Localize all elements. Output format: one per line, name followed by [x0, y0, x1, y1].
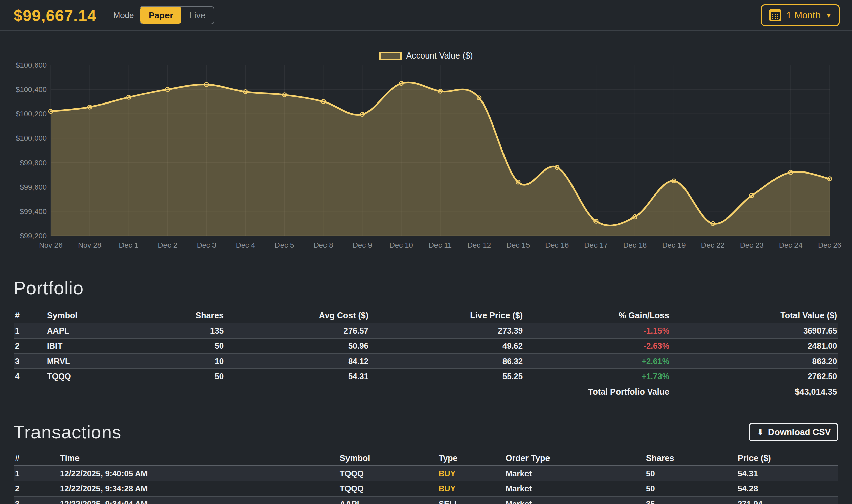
- cell-order-type: Market: [504, 481, 644, 496]
- mode-label: Mode: [113, 11, 134, 20]
- legend-label: Account Value ($): [406, 51, 473, 60]
- col-live-price: Live Price ($): [370, 308, 524, 323]
- cell-avg-cost: 54.31: [225, 369, 370, 384]
- transactions-table: # Time Symbol Type Order Type Shares Pri…: [14, 451, 838, 504]
- svg-text:Dec 17: Dec 17: [584, 241, 608, 249]
- cell-gain: +1.73%: [524, 369, 671, 384]
- cell-symbol: AAPL: [46, 323, 156, 338]
- col-avg-cost: Avg Cost ($): [225, 308, 370, 323]
- cell-total: 2762.50: [671, 369, 838, 384]
- table-row[interactable]: 2 IBIT 50 50.96 49.62 -2.63% 2481.00: [14, 338, 838, 354]
- cell-num: 2: [14, 338, 46, 354]
- col-total-value: Total Value ($): [671, 308, 838, 323]
- cell-avg-cost: 50.96: [225, 338, 370, 354]
- cell-live-price: 55.25: [370, 369, 524, 384]
- cell-gain: -2.63%: [524, 338, 671, 354]
- svg-text:Dec 8: Dec 8: [314, 241, 333, 249]
- cell-symbol: TQQQ: [338, 466, 437, 481]
- cell-order-type: Market: [504, 496, 644, 504]
- col-shares: Shares: [644, 451, 736, 466]
- transactions-header-row: # Time Symbol Type Order Type Shares Pri…: [14, 451, 838, 466]
- portfolio-section: Portfolio # Symbol Shares Avg Cost ($) L…: [0, 277, 852, 399]
- svg-text:$100,000: $100,000: [16, 134, 47, 142]
- download-csv-button[interactable]: ⬇ Download CSV: [749, 423, 838, 442]
- svg-text:Dec 2: Dec 2: [158, 241, 177, 249]
- svg-text:Dec 22: Dec 22: [701, 241, 725, 249]
- col-time: Time: [58, 451, 338, 466]
- portfolio-total-row: Total Portfolio Value $43,014.35: [14, 384, 838, 399]
- cell-symbol: TQQQ: [338, 481, 437, 496]
- table-row[interactable]: 2 12/22/2025, 9:34:28 AM TQQQ BUY Market…: [14, 481, 838, 496]
- mode-toggle: Paper Live: [140, 6, 214, 24]
- svg-text:Dec 10: Dec 10: [389, 241, 413, 249]
- cell-total: 863.20: [671, 354, 838, 369]
- cell-symbol: MRVL: [46, 354, 156, 369]
- cell-price: 54.28: [736, 481, 838, 496]
- cell-num: 3: [14, 354, 46, 369]
- legend-swatch: [379, 52, 402, 60]
- time-range-label: 1 Month: [786, 10, 820, 21]
- table-row[interactable]: 1 AAPL 135 276.57 273.39 -1.15% 36907.65: [14, 323, 838, 338]
- svg-text:Dec 18: Dec 18: [623, 241, 647, 249]
- svg-text:Dec 15: Dec 15: [506, 241, 530, 249]
- cell-num: 4: [14, 369, 46, 384]
- svg-text:Dec 24: Dec 24: [779, 241, 803, 249]
- svg-text:Dec 19: Dec 19: [662, 241, 686, 249]
- cell-shares: 10: [156, 354, 225, 369]
- portfolio-table: # Symbol Shares Avg Cost ($) Live Price …: [14, 308, 838, 399]
- svg-text:Nov 26: Nov 26: [39, 241, 63, 249]
- svg-text:Dec 12: Dec 12: [467, 241, 491, 249]
- table-row[interactable]: 3 12/22/2025, 9:34:04 AM AAPL SELL Marke…: [14, 496, 838, 504]
- cell-shares: 50: [156, 369, 225, 384]
- col-symbol: Symbol: [46, 308, 156, 323]
- cell-symbol: AAPL: [338, 496, 437, 504]
- col-price: Price ($): [736, 451, 838, 466]
- svg-text:Dec 23: Dec 23: [740, 241, 764, 249]
- table-row[interactable]: 1 12/22/2025, 9:40:05 AM TQQQ BUY Market…: [14, 466, 838, 481]
- svg-text:Dec 26: Dec 26: [818, 241, 841, 249]
- cell-gain: -1.15%: [524, 323, 671, 338]
- portfolio-title: Portfolio: [14, 277, 838, 298]
- svg-text:Dec 5: Dec 5: [275, 241, 294, 249]
- download-csv-label: Download CSV: [768, 427, 831, 437]
- chart-legend[interactable]: Account Value ($): [0, 51, 852, 60]
- account-value: $99,667.14: [14, 6, 96, 25]
- cell-total: 36907.65: [671, 323, 838, 338]
- cell-avg-cost: 276.57: [225, 323, 370, 338]
- svg-text:$99,800: $99,800: [20, 159, 47, 167]
- mode-live-button[interactable]: Live: [181, 7, 214, 24]
- line-chart-canvas[interactable]: $99,200$99,400$99,600$99,800$100,000$100…: [0, 31, 852, 257]
- transactions-section: Transactions ⬇ Download CSV # Time Symbo…: [0, 421, 852, 504]
- col-gain-loss: % Gain/Loss: [524, 308, 671, 323]
- cell-time: 12/22/2025, 9:34:28 AM: [58, 481, 338, 496]
- col-symbol: Symbol: [338, 451, 437, 466]
- svg-text:$100,400: $100,400: [16, 85, 47, 94]
- svg-text:$99,600: $99,600: [20, 183, 47, 192]
- svg-text:Dec 1: Dec 1: [119, 241, 138, 249]
- cell-shares: 50: [644, 466, 736, 481]
- time-range-dropdown[interactable]: 1 Month ▼: [761, 4, 840, 26]
- cell-avg-cost: 84.12: [225, 354, 370, 369]
- cell-price: 54.31: [736, 466, 838, 481]
- cell-time: 12/22/2025, 9:34:04 AM: [58, 496, 338, 504]
- total-portfolio-value: $43,014.35: [671, 384, 838, 399]
- svg-text:$99,200: $99,200: [20, 232, 47, 240]
- table-row[interactable]: 3 MRVL 10 84.12 86.32 +2.61% 863.20: [14, 354, 838, 369]
- cell-total: 2481.00: [671, 338, 838, 354]
- cell-shares: 35: [644, 496, 736, 504]
- table-row[interactable]: 4 TQQQ 50 54.31 55.25 +1.73% 2762.50: [14, 369, 838, 384]
- cell-time: 12/22/2025, 9:40:05 AM: [58, 466, 338, 481]
- svg-text:Dec 9: Dec 9: [353, 241, 372, 249]
- portfolio-header-row: # Symbol Shares Avg Cost ($) Live Price …: [14, 308, 838, 323]
- cell-num: 2: [14, 481, 58, 496]
- cell-live-price: 273.39: [370, 323, 524, 338]
- svg-text:Dec 16: Dec 16: [545, 241, 569, 249]
- cell-num: 1: [14, 466, 58, 481]
- cell-live-price: 86.32: [370, 354, 524, 369]
- svg-text:$99,400: $99,400: [20, 208, 47, 216]
- cell-symbol: TQQQ: [46, 369, 156, 384]
- cell-num: 3: [14, 496, 58, 504]
- col-type: Type: [437, 451, 504, 466]
- calendar-icon: [769, 9, 782, 22]
- mode-paper-button[interactable]: Paper: [140, 7, 181, 24]
